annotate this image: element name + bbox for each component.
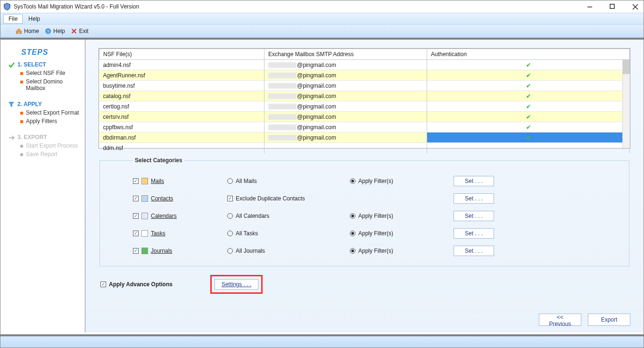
table-scrollbar[interactable]	[622, 60, 630, 148]
cell-nsf: busytime.nsf	[99, 81, 264, 91]
radio-filter-journals[interactable]: Apply Filter(s)	[350, 248, 454, 254]
radio-all-mails[interactable]: All Mails	[227, 178, 350, 184]
journals-icon	[141, 248, 148, 254]
radio-icon[interactable]	[350, 231, 355, 236]
step-3-label: 3. EXPORT	[17, 134, 47, 141]
radio-filter-calendars[interactable]: Apply Filter(s)	[350, 213, 454, 219]
radio-filter-tasks-label: Apply Filter(s)	[358, 230, 393, 237]
category-mails[interactable]: Mails	[133, 178, 227, 184]
radio-all-tasks[interactable]: All Tasks	[227, 230, 350, 237]
radio-icon[interactable]	[350, 213, 355, 219]
radio-filter-mails[interactable]: Apply Filter(s)	[350, 178, 454, 184]
toolbar-exit-button[interactable]: Exit	[69, 27, 91, 35]
title-bar: SysTools Mail Migration Wizard v5.0 - Fu…	[0, 0, 644, 13]
cell-auth: ✔	[427, 81, 630, 91]
step-1-label: 1. SELECT	[17, 61, 46, 68]
check-icon	[8, 61, 15, 68]
radio-all-calendars[interactable]: All Calendars	[227, 213, 350, 219]
step-1-item-1[interactable]: Select NSF File	[20, 70, 81, 76]
status-bar	[0, 336, 644, 348]
wizard-nav: << Previous Export	[539, 314, 630, 326]
radio-icon[interactable]	[350, 178, 355, 184]
step-1-item-2[interactable]: Select Domino Mailbox	[20, 78, 81, 91]
svg-rect-1	[610, 4, 614, 8]
checkbox-icon[interactable]	[100, 282, 106, 287]
category-journals[interactable]: Journals	[133, 248, 227, 254]
home-icon	[16, 28, 22, 34]
maximize-button[interactable]	[607, 1, 618, 12]
checkbox-icon[interactable]	[227, 196, 233, 201]
step-2-item-1-label: Select Export Format	[26, 109, 79, 116]
radio-icon[interactable]	[350, 248, 355, 254]
svg-rect-0	[587, 7, 592, 8]
step-2-item-2[interactable]: Apply Filters	[20, 118, 81, 124]
table-row[interactable]: certlog.nsf@pingmail.com✔	[99, 101, 630, 112]
radio-filter-mails-label: Apply Filter(s)	[358, 178, 393, 184]
content-panel: NSF File(s) Exchange Mailbox SMTP Addres…	[85, 40, 644, 332]
category-contacts[interactable]: Contacts	[133, 195, 227, 202]
cell-auth	[427, 143, 630, 153]
export-button[interactable]: Export	[588, 314, 630, 326]
radio-icon[interactable]	[227, 248, 233, 254]
tasks-icon	[141, 230, 148, 237]
set-calendars-button[interactable]: Set . . .	[454, 211, 494, 221]
nsf-table[interactable]: NSF File(s) Exchange Mailbox SMTP Addres…	[99, 48, 630, 149]
table-row[interactable]: catalog.nsf@pingmail.com✔	[99, 91, 630, 101]
table-row[interactable]: AgentRunner.nsf@pingmail.com✔	[99, 70, 630, 81]
table-row[interactable]: dbdirman.nsf@pingmail.com✔	[99, 133, 630, 143]
categories-legend: Select Categories	[133, 157, 184, 164]
category-journals-label: Journals	[151, 248, 172, 254]
radio-icon[interactable]	[227, 213, 233, 219]
col-address[interactable]: Exchange Mailbox SMTP Address	[264, 49, 427, 60]
step-2-item-1[interactable]: Select Export Format	[20, 109, 81, 116]
exit-icon	[71, 28, 77, 34]
set-mails-button[interactable]: Set . . .	[454, 176, 494, 186]
col-nsf[interactable]: NSF File(s)	[99, 49, 264, 60]
checkbox-icon[interactable]	[133, 213, 139, 219]
toolbar-home-button[interactable]: Home	[14, 27, 41, 35]
step-1-select[interactable]: 1. SELECT	[8, 61, 81, 68]
advance-settings-button[interactable]: Settings . . .	[215, 279, 258, 290]
table-row[interactable]: certsrv.nsf@pingmail.com✔	[99, 112, 630, 122]
step-3-item-2: Save Report	[20, 151, 81, 157]
table-row[interactable]: admin4.nsf@pingmail.com✔	[99, 60, 630, 70]
checkbox-icon[interactable]	[133, 231, 139, 236]
cell-addr: @pingmail.com	[264, 101, 427, 112]
radio-icon[interactable]	[227, 231, 233, 236]
set-contacts-button[interactable]: Set . . .	[454, 193, 494, 204]
table-row[interactable]: busytime.nsf@pingmail.com✔	[99, 81, 630, 91]
close-button[interactable]	[629, 1, 641, 12]
cell-addr: @pingmail.com	[264, 133, 427, 143]
cell-auth: ✔	[427, 122, 630, 133]
checkbox-icon[interactable]	[133, 248, 139, 254]
cell-addr: @pingmail.com	[264, 122, 427, 133]
set-journals-button[interactable]: Set . . .	[454, 246, 494, 256]
category-tasks[interactable]: Tasks	[133, 230, 227, 237]
col-auth[interactable]: Authentication	[427, 49, 630, 60]
menu-file[interactable]: File	[3, 14, 23, 24]
toolbar-help-button[interactable]: ? Help	[43, 27, 67, 35]
cell-auth: ✔	[427, 101, 630, 112]
checkbox-icon[interactable]	[133, 196, 139, 201]
table-row[interactable]: cppfbws.nsf@pingmail.com✔	[99, 122, 630, 133]
select-categories-group: Select Categories Mails All Mails Apply …	[99, 157, 629, 266]
table-row[interactable]: ddm.nsf	[99, 143, 630, 153]
radio-filter-calendars-label: Apply Filter(s)	[358, 213, 393, 219]
radio-icon[interactable]	[227, 178, 233, 184]
radio-filter-tasks[interactable]: Apply Filter(s)	[350, 230, 454, 237]
toolbar-exit-label: Exit	[79, 28, 89, 34]
menu-help[interactable]: Help	[24, 15, 45, 23]
apply-advance-checkbox[interactable]: Apply Advance Options	[100, 281, 173, 288]
cell-auth: ✔	[427, 70, 630, 81]
checkbox-icon[interactable]	[133, 178, 139, 184]
previous-button[interactable]: << Previous	[539, 314, 581, 326]
set-tasks-button[interactable]: Set . . .	[454, 228, 494, 239]
checkbox-exclude-duplicates[interactable]: Exclude Duplicate Contacts	[227, 195, 350, 202]
steps-sidebar: STEPS 1. SELECT Select NSF File Select D…	[0, 40, 85, 332]
category-calendars[interactable]: Calendars	[133, 213, 227, 219]
step-2-apply[interactable]: 2. APPLY	[8, 101, 81, 108]
radio-all-journals[interactable]: All Journals	[227, 248, 350, 254]
minimize-button[interactable]	[584, 1, 595, 12]
advance-options-row: Apply Advance Options Settings . . .	[99, 275, 630, 294]
apply-advance-label: Apply Advance Options	[109, 281, 173, 288]
